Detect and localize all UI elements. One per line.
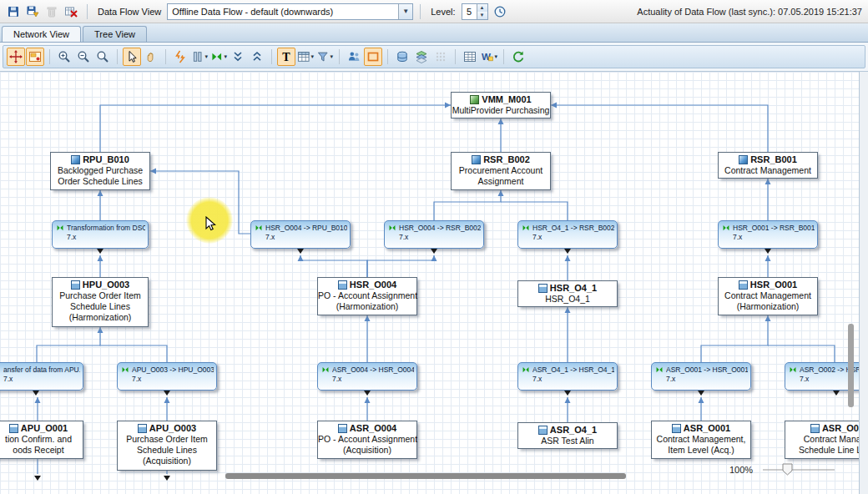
spin-down-icon[interactable]: ▼ bbox=[477, 12, 487, 19]
layers-button[interactable] bbox=[412, 48, 431, 66]
zoom-mode-button[interactable] bbox=[93, 48, 112, 66]
expand-all-button[interactable] bbox=[248, 48, 266, 66]
transformation-label: HSR_O004 -> RPU_B010 bbox=[265, 224, 347, 232]
pan-button[interactable] bbox=[142, 48, 160, 66]
zoom-in-button[interactable] bbox=[55, 48, 73, 66]
tab-tree-view[interactable]: Tree View bbox=[83, 26, 147, 42]
transformation-T10[interactable]: ASR_O001 -> HSR_O0017.x bbox=[651, 362, 751, 391]
node-header: HSR_O004 bbox=[318, 280, 416, 290]
dropdown-caret-icon[interactable]: ▾ bbox=[224, 53, 227, 60]
vertical-scrollbar[interactable] bbox=[848, 324, 854, 407]
node-line: Schedule Lines bbox=[118, 445, 216, 456]
transformation-T4[interactable]: HSR_O4_1 -> RSR_B0027.x bbox=[517, 220, 618, 249]
table-view-button[interactable]: ▾ bbox=[296, 48, 315, 66]
transformation-T2[interactable]: HSR_O004 -> RPU_B0107.x bbox=[250, 220, 351, 249]
dropdown-caret-icon[interactable]: ▾ bbox=[494, 53, 497, 60]
expand-caret-icon[interactable] bbox=[164, 391, 170, 396]
select-button[interactable] bbox=[123, 48, 141, 66]
node-line: Contract Management, bbox=[652, 434, 750, 445]
disconnect-button[interactable] bbox=[171, 48, 189, 66]
save-view-button[interactable] bbox=[23, 3, 42, 21]
horizontal-scrollbar[interactable] bbox=[225, 473, 626, 479]
transformation-T5[interactable]: HSR_O001 -> RSR_B0017.x bbox=[718, 220, 818, 249]
text-button[interactable]: T bbox=[277, 48, 295, 66]
transformation-version: 7.x bbox=[518, 375, 617, 383]
transformation-T1[interactable]: Transformation from DSO HP...7.x bbox=[52, 220, 149, 249]
level-spinner[interactable]: 5 ▲▼ bbox=[462, 3, 488, 20]
frame-button[interactable] bbox=[364, 48, 382, 66]
node-line: Schedule Line Leve bbox=[785, 445, 860, 456]
dataflow-select-value: Offline Data Flow - default (downwards) bbox=[168, 7, 398, 17]
expand-caret-icon[interactable] bbox=[564, 391, 571, 396]
delete-button bbox=[43, 3, 61, 21]
node-RPU_B010[interactable]: RPU_B010Backlogged PurchaseOrder Schedul… bbox=[50, 152, 150, 190]
expand-caret-icon[interactable] bbox=[698, 391, 704, 396]
dropdown-caret-icon[interactable]: ▾ bbox=[310, 53, 314, 60]
node-RSR_B002[interactable]: RSR_B002Procurement AccountAssignment bbox=[451, 152, 551, 190]
node-HSR_O4_1[interactable]: HSR_O4_1HSR_O4_1 bbox=[517, 280, 618, 307]
database-button[interactable] bbox=[393, 48, 411, 66]
expand-caret-icon[interactable] bbox=[297, 249, 304, 254]
open-object-button[interactable]: ▾ bbox=[209, 48, 228, 66]
overview-button[interactable] bbox=[26, 48, 44, 66]
expand-caret-icon[interactable] bbox=[364, 391, 371, 396]
expand-caret-icon[interactable] bbox=[33, 391, 39, 396]
transformation-version: 7.x bbox=[318, 375, 416, 383]
expand-caret-icon[interactable] bbox=[765, 249, 771, 254]
dso-icon bbox=[9, 424, 18, 433]
node-header: HPU_O003 bbox=[53, 280, 148, 290]
expand-caret-icon[interactable] bbox=[833, 391, 840, 396]
spin-up-icon[interactable]: ▲ bbox=[477, 4, 487, 12]
actuality-text: Actuality of Data Flow (last sync.): 07.… bbox=[637, 7, 864, 17]
node-RSR_B001[interactable]: RSR_B001Contract Management bbox=[718, 152, 818, 179]
node-title: APU_O001 bbox=[21, 423, 68, 434]
node-line: Contract Management bbox=[719, 165, 817, 176]
expand-caret-icon[interactable] bbox=[97, 249, 103, 254]
network-canvas[interactable]: VMM_M001MultiProvider PurchasingRPU_B010… bbox=[0, 72, 860, 494]
node-HSR_O004[interactable]: HSR_O004PO - Account Assignment(Harmoniz… bbox=[317, 277, 417, 315]
transformation-T3[interactable]: HSR_O004 -> RSR_B0027.x bbox=[384, 220, 484, 249]
node-HPU_O003[interactable]: HPU_O003Purchase Order ItemSchedule Line… bbox=[52, 277, 149, 327]
zoom-slider-thumb[interactable] bbox=[783, 464, 792, 475]
chevron-down-icon[interactable]: ▼ bbox=[398, 4, 412, 19]
node-line: (Harmonization) bbox=[53, 312, 148, 323]
report-table-button[interactable] bbox=[461, 48, 479, 66]
node-ASR_O004[interactable]: ASR_O004PO - Account Assignment(Acquisit… bbox=[317, 421, 417, 459]
node-ASR_O001[interactable]: ASR_O001Contract Management,Item Level (… bbox=[651, 421, 751, 459]
node-ASR_O4_1[interactable]: ASR_O4_1ASR Test Alin bbox=[517, 422, 618, 449]
remove-dataflow-button[interactable] bbox=[62, 3, 80, 21]
node-VMM_M001[interactable]: VMM_M001MultiProvider Purchasing bbox=[451, 92, 551, 118]
expand-caret-icon[interactable] bbox=[564, 249, 571, 254]
layout-button[interactable]: ▾ bbox=[190, 48, 209, 66]
expand-caret-icon[interactable] bbox=[431, 249, 437, 254]
users-button[interactable] bbox=[345, 48, 363, 66]
refresh-button[interactable] bbox=[509, 48, 527, 66]
history-clock-button[interactable] bbox=[491, 3, 509, 21]
tab-network-view[interactable]: Network View bbox=[2, 26, 81, 42]
transformation-T6[interactable]: ansfer of data from APU...7.x bbox=[0, 362, 83, 391]
node-header: VMM_M001 bbox=[452, 94, 550, 105]
node-line: HSR_O4_1 bbox=[518, 294, 617, 305]
dropdown-caret-icon[interactable]: ▾ bbox=[330, 53, 333, 60]
dso-icon bbox=[338, 280, 347, 290]
transformation-T9[interactable]: ASR_O4_1 -> HSR_O4_17.x bbox=[517, 362, 618, 391]
node-HSR_O001[interactable]: HSR_O001Contract Management(Harmonizatio… bbox=[718, 277, 818, 315]
transformation-icon bbox=[522, 365, 530, 374]
zoom-slider[interactable] bbox=[761, 462, 838, 477]
word-export-button[interactable]: W▾ bbox=[480, 48, 498, 66]
node-title: HPU_O003 bbox=[83, 280, 129, 290]
transformation-T8[interactable]: ASR_O004 -> HSR_O0047.x bbox=[317, 362, 417, 391]
position-button[interactable] bbox=[7, 48, 25, 66]
dataflow-select[interactable]: Offline Data Flow - default (downwards) … bbox=[167, 3, 413, 20]
save-button[interactable] bbox=[4, 3, 23, 21]
filter-button[interactable]: ▾ bbox=[315, 48, 334, 66]
node-APU_O001[interactable]: APU_O001tion Confirm. andoods Receipt bbox=[0, 421, 83, 459]
zoom-out-button[interactable] bbox=[74, 48, 93, 66]
node-APU_O003[interactable]: APU_O003Purchase Order ItemSchedule Line… bbox=[117, 421, 217, 471]
file-buttons bbox=[4, 3, 80, 21]
dropdown-caret-icon[interactable]: ▾ bbox=[204, 53, 208, 60]
collapse-all-button[interactable] bbox=[229, 48, 247, 66]
transformation-T7[interactable]: APU_O003 -> HPU_O0037.x bbox=[117, 362, 217, 391]
node-ASR_O002[interactable]: ASR_O00Contract ManageSchedule Line Leve bbox=[785, 421, 860, 459]
node-title: VMM_M001 bbox=[482, 94, 531, 105]
